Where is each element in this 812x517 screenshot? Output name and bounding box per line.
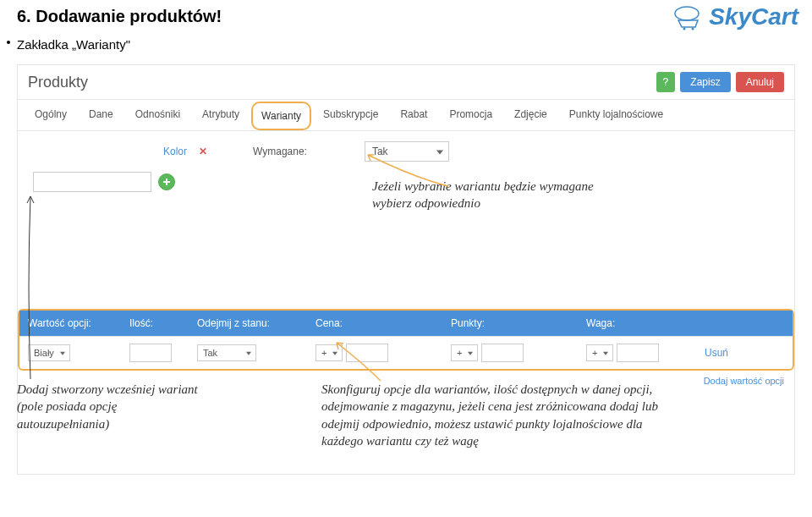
kolor-label: Kolor (163, 146, 187, 157)
annotation-wymagane: Jeżeli wybranie wariantu będzie wymagane… (372, 178, 609, 212)
save-button[interactable]: Zapisz (680, 72, 730, 92)
variant-config-row: Kolor ✕ Wymagane: Tak (18, 131, 794, 172)
annotation-add-variant: Dodaj stworzony wcześniej wariant (pole … (17, 381, 211, 432)
option-points-op-select[interactable]: + (451, 344, 478, 361)
add-option-link[interactable]: Dodaj wartość opcji (704, 376, 784, 386)
tab-dane[interactable]: Dane (79, 100, 123, 130)
add-variant-button[interactable] (158, 173, 175, 190)
remove-icon[interactable]: ✕ (199, 146, 207, 157)
svg-point-1 (683, 28, 686, 30)
col-header-name: Wartość opcji: (19, 311, 121, 336)
variant-name-input[interactable] (33, 172, 151, 192)
panel-title: Produkty (28, 74, 88, 91)
option-price-op-select[interactable]: + (315, 344, 343, 361)
annotation-configure: Skonfiguruj opcje dla wariantów, ilość d… (321, 381, 677, 449)
help-button[interactable]: ? (656, 72, 676, 92)
page-heading: 6. Dodawanie produktów! (17, 7, 222, 26)
options-table: Wartość opcji: Ilość: Odejmij z stanu: C… (18, 309, 794, 371)
svg-point-2 (692, 28, 694, 30)
option-weight-op-select[interactable]: + (586, 344, 613, 361)
options-table-header: Wartość opcji: Ilość: Odejmij z stanu: C… (19, 311, 793, 336)
tab-odnosniki[interactable]: Odnośniki (125, 100, 190, 130)
option-qty-input[interactable] (129, 344, 172, 362)
tab-promocja[interactable]: Promocja (439, 100, 502, 130)
panel-header: Produkty ? Zapisz Anuluj (18, 65, 794, 100)
tab-subskrypcje[interactable]: Subskrypcje (313, 100, 388, 130)
cloud-cart-icon (670, 3, 704, 30)
logo-text: SkyCart (709, 3, 798, 30)
svg-point-0 (675, 7, 699, 20)
wymagane-select[interactable]: Tak (365, 141, 449, 162)
bullet-icon (7, 41, 10, 44)
option-points-input[interactable] (481, 344, 524, 362)
col-header-points: Punkty: (442, 311, 578, 336)
option-weight-input[interactable] (617, 344, 659, 362)
col-header-price: Cena: (307, 311, 442, 336)
option-stock-select[interactable]: Tak (197, 344, 256, 361)
tab-atrybuty[interactable]: Atrybuty (192, 100, 250, 130)
panel-actions: ? Zapisz Anuluj (656, 72, 784, 92)
delete-option-link[interactable]: Usuń (705, 347, 728, 359)
tab-rabat[interactable]: Rabat (390, 100, 437, 130)
tab-ogolny[interactable]: Ogólny (25, 100, 77, 130)
col-header-stock: Odejmij z stanu: (189, 311, 307, 336)
wymagane-label: Wymagane: (253, 146, 307, 157)
skycart-logo: SkyCart (670, 3, 798, 30)
col-header-weight: Waga: (578, 311, 696, 336)
page-subheading: Zakładka „Warianty" (17, 37, 130, 52)
option-name-select[interactable]: Biały (28, 344, 70, 361)
cancel-button[interactable]: Anuluj (736, 72, 784, 92)
tab-warianty[interactable]: Warianty (251, 102, 311, 130)
option-price-input[interactable] (346, 344, 388, 362)
tab-punkty[interactable]: Punkty lojalnościowe (559, 100, 673, 130)
options-table-row: Biały Tak + + + Usuń (19, 336, 793, 369)
tabs-row: Ogólny Dane Odnośniki Atrybuty Warianty … (18, 100, 794, 131)
tab-zdjecie[interactable]: Zdjęcie (504, 100, 557, 130)
plus-icon (162, 178, 171, 186)
col-header-qty: Ilość: (121, 311, 189, 336)
